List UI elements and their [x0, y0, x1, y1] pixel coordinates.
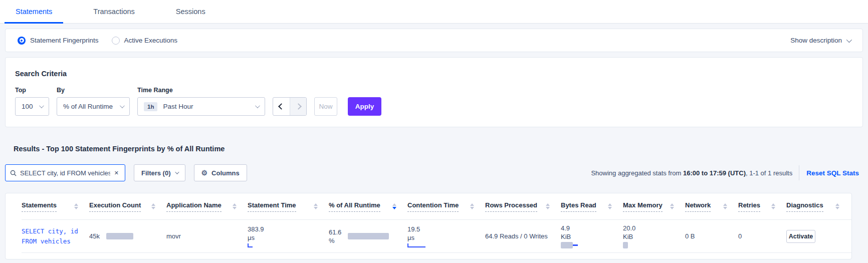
search-input[interactable]	[17, 169, 112, 177]
previous-interval-button[interactable]	[273, 98, 290, 115]
sort-icon[interactable]	[470, 203, 474, 210]
tab-bar: Statements Transactions Sessions	[0, 0, 868, 24]
columns-label: Columns	[211, 169, 240, 177]
top-select[interactable]: 100	[15, 97, 49, 116]
tab-sessions[interactable]: Sessions	[165, 0, 216, 23]
chevron-down-icon	[39, 103, 44, 108]
cell-statement-time: 383.9 μs	[248, 220, 329, 252]
view-toggle-card: Statement Fingerprints Active Executions…	[5, 29, 863, 52]
sort-icon[interactable]	[771, 203, 775, 210]
cell-bytes-read: 4.9 KiB	[561, 220, 623, 252]
column-header-bytes-read[interactable]: Bytes Read	[561, 201, 623, 212]
column-header-contention-time[interactable]: Contention Time	[407, 201, 485, 212]
sort-icon[interactable]	[546, 203, 550, 210]
by-field: By % of All Runtime	[57, 87, 130, 116]
chevron-down-icon	[255, 103, 260, 108]
top-label: Top	[15, 87, 49, 94]
by-label: By	[57, 87, 130, 94]
chevron-down-icon	[120, 103, 125, 108]
results-controls-row: ✕ Filters (0) ⚙ Columns Showing aggregat…	[5, 164, 863, 181]
bytes-read-bar	[561, 242, 623, 248]
contention-time-bar	[407, 243, 485, 247]
sql-activity-page: Statements Transactions Sessions Stateme…	[0, 0, 868, 263]
pct-runtime-bar	[348, 233, 389, 239]
column-header-application-name[interactable]: Application Name	[166, 201, 248, 212]
radio-statement-fingerprints[interactable]: Statement Fingerprints	[18, 37, 99, 45]
time-range-value: Past Hour	[163, 103, 193, 110]
sort-icon[interactable]	[151, 203, 155, 210]
show-description-label: Show description	[790, 37, 842, 44]
radio-label: Active Executions	[124, 37, 178, 44]
by-select[interactable]: % of All Runtime	[57, 97, 130, 116]
column-header-diagnostics[interactable]: Diagnostics	[786, 201, 850, 212]
execution-count-bar	[106, 233, 133, 239]
sort-icon[interactable]	[608, 203, 612, 210]
chevron-down-icon	[175, 170, 179, 174]
time-range-label: Time Range	[137, 87, 265, 94]
cell-max-memory: 20.0 KiB	[623, 220, 685, 252]
clear-search-icon[interactable]: ✕	[112, 169, 121, 177]
cell-application-name: movr	[166, 220, 248, 252]
chevron-left-icon	[278, 103, 285, 110]
statement-time-bar	[248, 243, 329, 247]
column-header-statements[interactable]: Statements	[22, 201, 89, 212]
stats-time-range: 16:00 to 17:59 (UTC)	[683, 169, 746, 177]
search-icon	[10, 170, 17, 176]
by-value: % of All Runtime	[63, 103, 113, 110]
activate-diagnostics-button[interactable]: Activate	[786, 230, 815, 243]
column-header-rows-processed[interactable]: Rows Processed	[485, 201, 561, 212]
sort-icon-active[interactable]	[392, 203, 396, 210]
sort-icon[interactable]	[723, 203, 727, 210]
show-description-toggle[interactable]: Show description	[790, 37, 850, 44]
columns-button[interactable]: ⚙ Columns	[194, 164, 247, 181]
divider	[799, 165, 799, 180]
max-memory-bar	[623, 242, 628, 248]
gear-icon: ⚙	[201, 169, 208, 176]
time-range-badge: 1h	[144, 102, 157, 111]
reset-sql-stats-link[interactable]: Reset SQL Stats	[806, 169, 859, 177]
cell-diagnostics: Activate	[786, 220, 850, 252]
cell-network: 0 B	[685, 220, 738, 252]
statements-table: Statements Execution Count Application N…	[5, 193, 852, 259]
cell-rows-processed: 64.9 Reads / 0 Writes	[485, 220, 561, 252]
filters-button[interactable]: Filters (0)	[134, 164, 185, 181]
sort-icon[interactable]	[670, 203, 674, 210]
radio-unselected-icon	[112, 37, 120, 45]
column-header-retries[interactable]: Retries	[738, 201, 786, 212]
search-criteria-card: Search Criteria Top 100 By % of All Runt…	[5, 57, 863, 127]
chevron-down-icon	[846, 37, 852, 42]
cell-statement: SELECT city, id FROM vehicles	[22, 220, 89, 252]
next-interval-button[interactable]	[290, 98, 306, 115]
sort-icon[interactable]	[314, 203, 318, 210]
sort-icon[interactable]	[835, 203, 839, 210]
column-header-pct-all-runtime[interactable]: % of All Runtime	[329, 201, 407, 212]
tab-statements[interactable]: Statements	[5, 0, 63, 23]
top-field: Top 100	[15, 87, 49, 116]
cell-contention-time: 19.5 μs	[407, 220, 485, 252]
top-value: 100	[22, 103, 33, 110]
time-range-select[interactable]: 1h Past Hour	[137, 97, 265, 116]
now-button[interactable]: Now	[314, 97, 337, 116]
apply-button[interactable]: Apply	[348, 97, 381, 116]
time-range-field: Time Range 1h Past Hour	[137, 87, 265, 116]
radio-selected-icon	[18, 37, 26, 45]
column-header-max-memory[interactable]: Max Memory	[623, 201, 685, 212]
table-header-row: Statements Execution Count Application N…	[22, 193, 851, 219]
time-nav-group	[273, 97, 307, 116]
results-heading: Results - Top 100 Statement Fingerprints…	[14, 145, 225, 153]
statement-fingerprint-link[interactable]: SELECT city, id FROM vehicles	[22, 226, 89, 246]
column-header-network[interactable]: Network	[685, 201, 738, 212]
sort-icon[interactable]	[233, 203, 237, 210]
sort-icon[interactable]	[74, 203, 78, 210]
cell-execution-count: 45k	[89, 220, 166, 252]
radio-label: Statement Fingerprints	[30, 37, 99, 44]
statement-search-box: ✕	[5, 164, 125, 181]
radio-active-executions[interactable]: Active Executions	[112, 37, 178, 45]
table-row: SELECT city, id FROM vehicles 45k movr 3…	[22, 219, 851, 253]
aggregated-stats-note: Showing aggregated stats from 16:00 to 1…	[591, 169, 792, 177]
tab-transactions[interactable]: Transactions	[82, 0, 145, 23]
chevron-right-icon	[295, 103, 302, 110]
filters-label: Filters (0)	[141, 169, 171, 177]
column-header-execution-count[interactable]: Execution Count	[89, 201, 166, 212]
column-header-statement-time[interactable]: Statement Time	[248, 201, 329, 212]
